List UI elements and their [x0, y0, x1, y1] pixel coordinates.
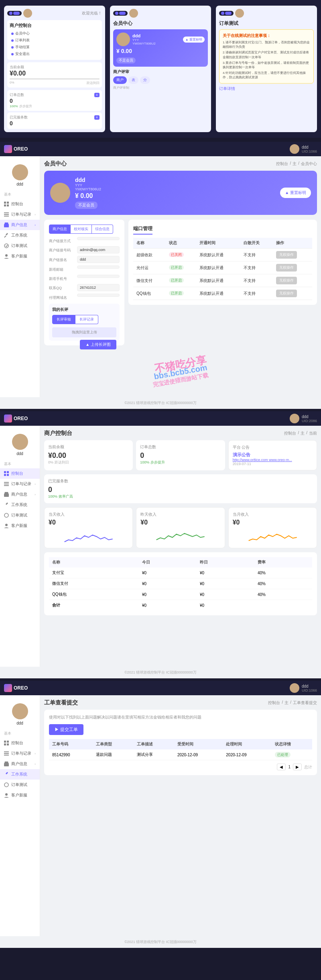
sidebar-item-service[interactable]: 客户新服: [0, 251, 40, 261]
submit-review-btn[interactable]: ▲ 上传长评图: [80, 340, 116, 349]
wo-desc-0: 测试分享: [134, 749, 174, 760]
form-row-1: 商户链接号码 admin@qq.com: [49, 246, 120, 253]
review-tab-comp[interactable]: 综合信息: [92, 225, 113, 234]
menu-item-2[interactable]: 手动结算: [15, 45, 30, 50]
action-btn-0[interactable]: 无权操作: [276, 251, 297, 259]
review-tab-verify[interactable]: 校对核实: [71, 225, 92, 234]
form-value-1[interactable]: admin@qq.com: [77, 246, 120, 253]
form-value-3[interactable]: [77, 265, 120, 269]
sidebar4-label-dashboard: 控制台: [11, 740, 23, 746]
tool-icon-3: [4, 502, 9, 507]
sidebar-label-merchant: 商户信息: [11, 222, 27, 228]
sidebar3-item-merchant[interactable]: 商户信息 ›: [0, 489, 40, 500]
bc4-main[interactable]: 主: [284, 700, 288, 706]
sidebar3-item-tools[interactable]: 工作系统: [0, 500, 40, 510]
upload-area[interactable]: 拖拽到这里上传: [52, 327, 116, 337]
list-icon-4: [4, 751, 9, 756]
gw-action-1: 无权操作: [273, 261, 312, 274]
main-content-3: 商户控制台 控制台 / 主 / 当前 当前余额 ¥0.00 0% 距达到日: [40, 426, 321, 667]
logo-3: OREO: [4, 414, 28, 423]
action-btn-1[interactable]: 无权操作: [276, 264, 297, 272]
panel2-review-title: 商户评审: [113, 69, 208, 75]
gw-opentime-1: 系统默认开通: [196, 261, 240, 274]
bc4-sep1: /: [282, 700, 283, 706]
two-col: 商户信息 校对核实 综合信息 商户链接方式 商户链接号码: [44, 220, 317, 349]
sidebar-section-label: 基本: [0, 190, 40, 199]
sidebar-item-ordertest[interactable]: 订单测试: [0, 241, 40, 251]
stats-grid: 当前余额 ¥0.00 0% 距达到日 订单总数 0 100% 步步提升 平台 公…: [44, 440, 317, 470]
amount-value: ¥0.00: [10, 70, 100, 77]
recharge-btn-full[interactable]: ▲ 重置标明: [280, 188, 311, 198]
bc3-main[interactable]: 主: [301, 431, 305, 436]
sidebar-avatar-3: ddd: [0, 430, 40, 460]
wo-id-0: 85142990: [49, 749, 93, 760]
sidebar3-item-service[interactable]: 客户新服: [0, 521, 40, 531]
svg-rect-15: [4, 482, 9, 483]
platform-link[interactable]: http://www.or8ice.com www.oreo-m...: [233, 458, 313, 462]
gw-name-2: 微信支付: [133, 274, 166, 287]
svg-point-29: [4, 783, 8, 787]
arrow-icon-merchant: ›: [35, 223, 36, 227]
sidebar4-item-tools[interactable]: 工作系统: [0, 769, 40, 780]
sidebar3-item-orders[interactable]: 订单与记录 ›: [0, 479, 40, 489]
review-tab-0[interactable]: 商户: [113, 76, 127, 84]
sidebar3-item-ordertest[interactable]: 订单测试: [0, 510, 40, 521]
form-label-6: 付理网域名: [49, 294, 77, 300]
bc-sep2: /: [298, 161, 299, 167]
customer-review-col: 商户信息 校对核实 综合信息 商户链接方式 商户链接号码: [44, 220, 124, 349]
sidebar-item-tools[interactable]: 工作系统: [0, 230, 40, 241]
dt-name-1: 微信支付: [49, 578, 139, 589]
menu-item-1[interactable]: 订单列表: [15, 38, 30, 43]
gw-white-0: 不支持: [240, 249, 273, 261]
sidebar-item-dashboard[interactable]: 控制台: [0, 199, 40, 209]
action-btn-2[interactable]: 无权操作: [276, 277, 297, 284]
form-label-1: 商户链接号码: [49, 246, 77, 253]
sidebar-item-orders[interactable]: 订单与记录 ›: [0, 209, 40, 220]
review-tab-info[interactable]: 商户信息: [49, 225, 71, 234]
section4: OREO ddd UID:1066 ddd 基本 控制台 订单与记录: [0, 681, 321, 948]
gw-white-2: 不支持: [240, 274, 273, 287]
dt-col-name: 名称: [49, 557, 139, 568]
member-details: ddd YYY YM0WYT806U2 ¥ 0.00 不足会员: [75, 177, 275, 209]
section4-footer: ©2021 猎球游戏控制平台 IC冠描00000000万: [0, 936, 321, 948]
notice-2: 2.请确保谈到调试页面宝户户对宝本页、测试支付成功后请将金额扣款至原控制一次单等: [223, 50, 310, 59]
review-tab-1[interactable]: 表: [128, 76, 138, 84]
detail-link[interactable]: 订单详情: [219, 86, 314, 92]
review-tab-full-0[interactable]: 长评审核: [52, 315, 75, 324]
sidebar3-item-dashboard[interactable]: 控制台: [0, 468, 40, 479]
bc-home[interactable]: 控制台: [276, 161, 288, 167]
action-btn-3[interactable]: 无权操作: [276, 290, 297, 297]
menu-item-0[interactable]: 会员中心: [15, 31, 30, 36]
gw-row-1: 光付运 已开启 系统默认开通 不支持 无权操作: [133, 261, 312, 274]
bc4-home[interactable]: 控制台: [268, 700, 280, 706]
bc4-sep2: /: [290, 700, 291, 706]
sidebar4-item-service[interactable]: 客户新服: [0, 790, 40, 800]
form-value-5[interactable]: 26741012: [77, 284, 120, 291]
sidebar4-item-dashboard[interactable]: 控制台: [0, 738, 40, 748]
create-workorder-btn[interactable]: ▶ 提交工单: [49, 724, 83, 735]
review-tab-2[interactable]: 分: [140, 76, 150, 84]
next-page-btn[interactable]: ▶: [293, 764, 302, 770]
sidebar4-item-merchant[interactable]: 商户信息 ›: [0, 759, 40, 769]
workorder-card: 使用对以下找到以上面问题解决以问题请在里填写相应方法金钱给相应者和我您的问题 ▶…: [44, 710, 317, 775]
form-row-6: 付理网域名: [49, 294, 120, 300]
form-value-6[interactable]: [77, 294, 120, 297]
bc3-home[interactable]: 控制台: [284, 431, 296, 436]
form-value-4[interactable]: [77, 275, 120, 278]
review-tab-full-1[interactable]: 长评记录: [75, 315, 98, 324]
main-content-4: 工单查看提交 控制台 / 主 / 工单查看提交 使用对以下找到以上面问题解决以问…: [40, 695, 321, 936]
app-header-4: OREO ddd UID:1066: [0, 681, 321, 695]
bc-main[interactable]: 主: [293, 161, 297, 167]
sidebar-item-merchant[interactable]: 商户信息 ›: [0, 220, 40, 230]
chart-yesterday-label: 昨天收入: [140, 512, 220, 517]
menu-item-3[interactable]: 安全退出: [15, 51, 30, 57]
prev-page-btn[interactable]: ◀: [277, 764, 286, 770]
panel2-recharge-btn[interactable]: ▲ 重置标明: [183, 37, 205, 43]
sidebar-label-tools: 工作系统: [11, 233, 27, 238]
sidebar4-item-orders[interactable]: 订单与记录 ›: [0, 748, 40, 759]
svg-rect-28: [4, 763, 9, 766]
form-value-2[interactable]: ddd: [77, 256, 120, 263]
section2-wrap: OREO ddd UID:1066 ddd 基本: [0, 140, 321, 409]
sidebar4-item-ordertest[interactable]: 订单测试: [0, 780, 40, 790]
form-value-0[interactable]: [77, 237, 120, 240]
